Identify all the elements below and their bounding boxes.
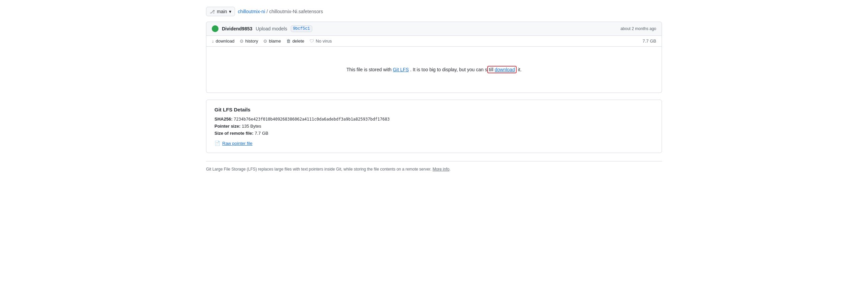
toolbar-left: ↓ download ⊙ history ⊙ blame 🗑 delete 🛡 … (212, 38, 332, 44)
commit-time: about 2 months ago (620, 26, 656, 31)
delete-icon: 🗑 (286, 38, 291, 44)
blame-icon: ⊙ (263, 38, 267, 44)
branch-dropdown-arrow: ▾ (229, 9, 231, 14)
no-virus-label: No virus (316, 38, 332, 44)
commit-message: Upload models (256, 26, 287, 31)
sha256-label: SHA256: (214, 117, 232, 122)
lfs-notice-mid: . It is too big to display, but you can … (409, 67, 487, 72)
blame-button[interactable]: ⊙ blame (263, 38, 281, 44)
lfs-download-highlight: till download (487, 66, 517, 73)
lfs-footer-note: Git Large File Storage (LFS) replaces la… (206, 161, 662, 172)
lfs-pointer-size-row: Pointer size: 135 Bytes (214, 124, 654, 129)
breadcrumb-folder-link[interactable]: chilloutmix-ni (238, 9, 265, 14)
lfs-notice-before: This file is stored with (346, 67, 393, 72)
lfs-message: This file is stored with Git LFS . It is… (213, 67, 655, 72)
download-button[interactable]: ↓ download (212, 38, 234, 44)
commit-hash-link[interactable]: 9bcf5c1 (291, 25, 312, 32)
file-content-area: This file is stored with Git LFS . It is… (206, 47, 662, 93)
toolbar-row: ↓ download ⊙ history ⊙ blame 🗑 delete 🛡 … (206, 36, 662, 47)
commit-left: Dividend9853 Upload models 9bcf5c1 (212, 25, 312, 32)
no-virus-badge: 🛡 No virus (310, 38, 332, 44)
file-doc-icon: 📄 (214, 140, 220, 146)
breadcrumb-separator: / (266, 9, 268, 14)
lfs-notice-after: it. (517, 67, 522, 72)
branch-selector[interactable]: ⎇ main ▾ (206, 7, 235, 16)
sha256-value: 7234b76e423f010b409268386062a4111c0da6ad… (234, 117, 389, 122)
blame-label: blame (269, 38, 281, 44)
download-link[interactable]: download (495, 67, 515, 72)
history-label: history (245, 38, 258, 44)
delete-label: delete (292, 38, 304, 44)
git-lfs-link[interactable]: Git LFS (393, 67, 409, 72)
footer-note-text: Git Large File Storage (LFS) replaces la… (206, 167, 433, 172)
raw-pointer-link[interactable]: Raw pointer file (222, 141, 253, 146)
history-button[interactable]: ⊙ history (240, 38, 258, 44)
pointer-size-label: Pointer size: (214, 124, 240, 129)
history-icon: ⊙ (240, 38, 243, 44)
remote-file-label: Size of remote file: (214, 131, 254, 136)
git-branch-icon: ⎇ (210, 9, 215, 14)
lfs-details-box: Git LFS Details SHA256: 7234b76e423f010b… (206, 100, 662, 153)
commit-row: Dividend9853 Upload models 9bcf5c1 about… (206, 22, 662, 36)
breadcrumb-bar: ⎇ main ▾ chilloutmix-ni / chilloutmix-Ni… (206, 7, 662, 16)
download-icon: ↓ (212, 38, 214, 44)
more-info-link[interactable]: More info (433, 167, 450, 172)
avatar (212, 25, 219, 32)
lfs-sha256-row: SHA256: 7234b76e423f010b409268386062a411… (214, 117, 654, 122)
download-label: download (216, 38, 235, 44)
remote-file-value: 7.7 GB (255, 131, 268, 136)
raw-pointer-row: 📄 Raw pointer file (214, 140, 654, 146)
delete-button[interactable]: 🗑 delete (286, 38, 304, 44)
breadcrumb-path: chilloutmix-ni / chilloutmix-Ni.safetens… (238, 9, 323, 14)
breadcrumb-current-file: chilloutmix-Ni.safetensors (269, 9, 323, 14)
lfs-remote-file-row: Size of remote file: 7.7 GB (214, 131, 654, 136)
pointer-size-value: 135 Bytes (242, 124, 261, 129)
lfs-details-title: Git LFS Details (214, 107, 654, 112)
shield-icon: 🛡 (310, 38, 314, 44)
file-size: 7.7 GB (643, 38, 656, 44)
commit-author[interactable]: Dividend9853 (222, 26, 252, 31)
branch-name: main (217, 9, 227, 14)
